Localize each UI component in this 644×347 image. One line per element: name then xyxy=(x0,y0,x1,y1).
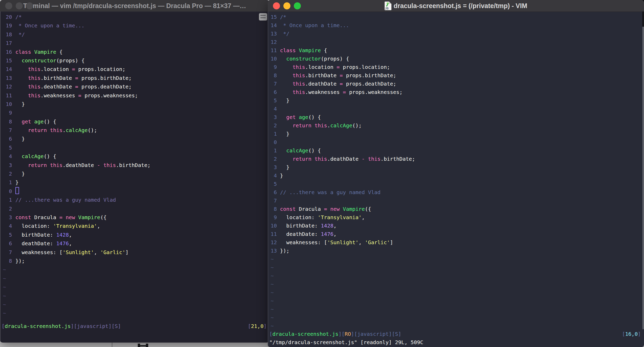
code-token: * Once upon a time... xyxy=(280,22,349,28)
terminal-statusline: [dracula-screenshot.js][javascript][S] [… xyxy=(2,323,267,329)
close-button[interactable] xyxy=(5,2,12,9)
window-title: Terminal — vim /tmp/dracula-screenshot.j… xyxy=(23,2,246,10)
code-token: props.birthDate; xyxy=(343,72,396,79)
code-line: 4} xyxy=(268,171,644,180)
code-token: props.weaknesses; xyxy=(346,89,403,95)
code-token: 1428 xyxy=(321,223,333,229)
code-token: birthDate: xyxy=(15,232,56,238)
code-token: // ...there was a guy named Vlad xyxy=(280,189,380,195)
zoom-button[interactable] xyxy=(294,2,301,9)
code-token xyxy=(340,206,343,212)
code-token xyxy=(47,127,50,133)
code-token: props.deathDate; xyxy=(343,81,396,87)
terminal-code-area[interactable]: 20/*19 * Once upon a time...18 */1716cla… xyxy=(0,11,269,343)
split-pane-button[interactable] xyxy=(259,13,267,21)
code-token: .deathDate xyxy=(63,162,97,168)
macvim-code-area[interactable]: 15/*14 * Once upon a time...13 */1211cla… xyxy=(268,11,644,347)
line-number: 7 xyxy=(1,126,12,135)
code-token: .birthDate xyxy=(40,75,75,81)
code-token: (); xyxy=(352,122,362,129)
line-number: 1 xyxy=(268,146,277,155)
code-token: weaknesses: [ xyxy=(15,249,63,255)
zoom-button[interactable] xyxy=(26,2,33,9)
minimize-button[interactable] xyxy=(16,2,23,9)
code-token: - xyxy=(97,162,100,168)
line-number: 1 xyxy=(1,196,12,204)
code-line: 2 xyxy=(1,205,269,213)
code-token xyxy=(15,66,28,72)
code-token: return xyxy=(293,156,311,162)
empty-line-tilde: ~ xyxy=(268,313,644,322)
code-token: .weaknesses xyxy=(305,89,343,95)
code-line: 10 constructor(props) { xyxy=(268,55,644,63)
empty-line-tilde: ~ xyxy=(268,255,644,263)
code-token: */ xyxy=(280,31,289,37)
code-line: 5 xyxy=(268,180,644,188)
code-line: 13 this.birthDate = props.birthDate; xyxy=(1,74,269,82)
code-token: } xyxy=(15,171,25,177)
line-number: 4 xyxy=(268,105,277,113)
code-token: weaknesses: [ xyxy=(280,239,327,246)
code-line: 7 weaknesses: ['Sunlight', 'Garlic'] xyxy=(1,248,269,257)
statusline-cursor-position: [21,0] xyxy=(248,323,267,329)
empty-line-tilde: ~ xyxy=(268,263,644,272)
code-line: 10 } xyxy=(1,100,269,109)
line-number: 12 xyxy=(268,38,277,46)
code-token: . xyxy=(63,127,66,133)
code-line: 5 xyxy=(1,143,269,152)
line-number: 17 xyxy=(1,39,12,47)
minimize-button[interactable] xyxy=(283,2,290,9)
line-number: 12 xyxy=(268,238,277,247)
code-token xyxy=(280,156,293,162)
code-line: 0 xyxy=(268,138,644,146)
traffic-lights xyxy=(5,2,33,9)
code-token: } xyxy=(15,136,25,142)
code-token: Vampire xyxy=(299,47,321,53)
code-token xyxy=(296,114,299,120)
code-token xyxy=(280,64,293,70)
terminal-titlebar: Terminal — vim /tmp/dracula-screenshot.j… xyxy=(0,0,269,12)
code-token: 16,0 xyxy=(625,331,638,337)
code-token: } xyxy=(15,101,25,107)
code-line: 8 this.birthDate = props.birthDate; xyxy=(268,71,644,80)
line-number: 18 xyxy=(1,30,12,39)
empty-line-tilde: ~ xyxy=(268,288,644,297)
line-number: 4 xyxy=(1,152,12,161)
code-token: props.weaknesses; xyxy=(81,92,138,99)
code-token: deathDate: xyxy=(15,240,56,247)
code-token: } xyxy=(280,172,283,179)
empty-line-tilde: ~ xyxy=(268,305,644,313)
macvim-cmdline-message: "/tmp/dracula-screenshot.js" [readonly] … xyxy=(269,339,423,345)
code-line: 6 deathDate: 1476, xyxy=(1,239,269,248)
code-line: 15/* xyxy=(268,13,644,21)
code-token: get xyxy=(22,118,31,125)
code-token: ({ xyxy=(365,206,371,212)
close-button[interactable] xyxy=(273,2,280,9)
code-token: 'Sunlight' xyxy=(327,239,359,246)
line-number: 9 xyxy=(1,109,12,117)
line-number: 7 xyxy=(268,80,277,88)
code-token: 1476 xyxy=(321,231,333,237)
statusline-file-info: [dracula-screenshot.js][javascript][S] xyxy=(2,323,121,329)
code-token: this xyxy=(28,66,40,72)
code-token: this xyxy=(50,162,62,168)
code-token: , xyxy=(69,240,72,247)
code-token: 21,0 xyxy=(251,323,264,329)
code-line: 16class Vampire { xyxy=(1,48,269,56)
statusline-file-info: [dracula-screenshot.js][RO][javascript][… xyxy=(269,331,401,337)
line-number: 7 xyxy=(1,248,12,257)
code-token xyxy=(280,56,286,62)
code-line: 1} xyxy=(1,178,269,187)
code-token xyxy=(15,83,28,90)
line-number: 8 xyxy=(1,117,12,126)
code-token: () { xyxy=(308,147,321,154)
code-line: 2 return this.deathDate - this.birthDate… xyxy=(268,155,644,163)
line-number: 11 xyxy=(1,91,12,100)
code-token: this xyxy=(293,72,305,79)
code-line: 3 } xyxy=(268,163,644,171)
line-number: 4 xyxy=(268,171,277,180)
code-token: deathDate: xyxy=(280,231,321,237)
macvim-scrollbar[interactable] xyxy=(642,11,644,347)
scrollbar-thumb[interactable] xyxy=(643,27,643,329)
code-token: = xyxy=(75,75,78,81)
